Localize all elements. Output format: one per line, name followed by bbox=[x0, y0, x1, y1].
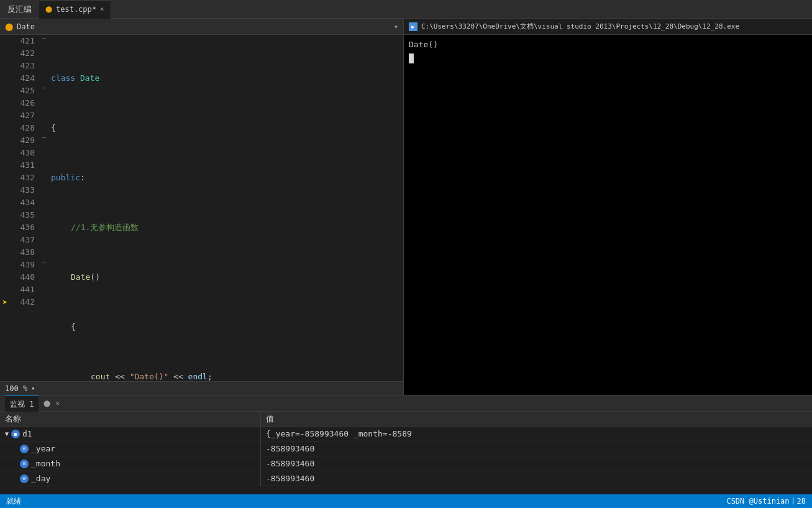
console-cursor bbox=[409, 53, 414, 63]
var-icon-month: ⚙ bbox=[20, 460, 29, 468]
tab-close-button[interactable]: × bbox=[100, 0, 104, 19]
fold-438 bbox=[40, 246, 48, 259]
watch-tab-label: 监视 1 bbox=[10, 400, 34, 409]
bottom-watch-panel: 监视 1 ⬤ × 名称 值 ▼ ● d1 {_year=-858993460 _… bbox=[0, 395, 812, 494]
fold-423 bbox=[40, 60, 48, 72]
fold-433 bbox=[40, 184, 48, 196]
console-path: C:\Users\33207\OneDrive\文档\visual studio… bbox=[421, 22, 739, 31]
status-left: 就绪 bbox=[6, 496, 21, 507]
gutter-440 bbox=[0, 271, 10, 284]
gutter-428 bbox=[0, 122, 10, 134]
console-cursor-line bbox=[409, 51, 807, 63]
gutter-434 bbox=[0, 196, 10, 209]
main-area: ⬤ Date ▾ bbox=[0, 19, 812, 395]
code-line-426: { bbox=[51, 321, 401, 333]
console-body: Date() bbox=[404, 35, 812, 395]
console-panel: ▶ C:\Users\33207\OneDrive\文档\visual stud… bbox=[404, 19, 812, 395]
watch-header-value: 值 bbox=[261, 412, 279, 426]
gutter-431 bbox=[0, 159, 10, 172]
fold-439[interactable]: − bbox=[40, 259, 48, 271]
fold-442 bbox=[40, 296, 48, 308]
status-bar: 就绪 CSDN @Ustinian丨28 bbox=[0, 494, 812, 508]
fold-425[interactable]: − bbox=[40, 85, 48, 97]
fold-434 bbox=[40, 196, 48, 209]
editor-status-bar: 100 % ▾ bbox=[0, 381, 403, 395]
watch-cell-name-month: ⚙ _month bbox=[0, 456, 261, 471]
zoom-dropdown-icon[interactable]: ▾ bbox=[31, 385, 35, 392]
tab-filename: test.cpp* bbox=[56, 0, 96, 19]
debug-arrow-icon: ➤ bbox=[2, 297, 7, 307]
var-icon-day: ⚙ bbox=[20, 474, 29, 483]
var-icon-d1: ● bbox=[11, 430, 20, 438]
fold-436 bbox=[40, 221, 48, 234]
watch-close-button[interactable]: × bbox=[55, 399, 60, 407]
fold-441 bbox=[40, 284, 48, 296]
watch-table: 名称 值 ▼ ● d1 {_year=-858993460 _month=-85… bbox=[0, 412, 812, 494]
gutter-429 bbox=[0, 134, 10, 147]
watch-header-name: 名称 bbox=[0, 412, 261, 426]
watch-tab-1[interactable]: 监视 1 bbox=[5, 395, 39, 412]
code-line-421: class Date bbox=[51, 72, 401, 85]
gutter-430 bbox=[0, 147, 10, 159]
fold-431 bbox=[40, 159, 48, 172]
gutter-427 bbox=[0, 109, 10, 122]
fold-422 bbox=[40, 47, 48, 60]
console-output-line1: Date() bbox=[409, 39, 807, 51]
tab-bar: 反汇编 ⬤ test.cpp* × bbox=[0, 0, 812, 19]
status-bar-right: CSDN @Ustinian丨28 bbox=[726, 496, 806, 507]
fold-429[interactable]: − bbox=[40, 134, 48, 147]
watch-cell-name-day: ⚙ _day bbox=[0, 471, 261, 486]
gutter-435 bbox=[0, 209, 10, 221]
code-area[interactable]: ➤ 421422423424425 426427428429430 431432… bbox=[0, 35, 403, 381]
zoom-level: 100 % bbox=[5, 384, 27, 393]
code-lines: class Date { public: //1.无参构造函数 Date() {… bbox=[48, 35, 403, 381]
watch-row-day[interactable]: ⚙ _day -858993460 bbox=[0, 471, 812, 486]
gutter-424 bbox=[0, 72, 10, 85]
watch-row-year[interactable]: ⚙ _year -858993460 bbox=[0, 441, 812, 456]
fold-426 bbox=[40, 97, 48, 109]
active-tab[interactable]: ⬤ test.cpp* × bbox=[39, 0, 111, 19]
gutter-433 bbox=[0, 184, 10, 196]
line-numbers: 421422423424425 426427428429430 43143243… bbox=[10, 35, 40, 381]
code-line-423: public: bbox=[51, 172, 401, 184]
editor-title: Date bbox=[17, 22, 35, 31]
watch-cell-value-d1: {_year=-858993460 _month=-8589 bbox=[261, 427, 417, 441]
watch-cell-value-month: -858993460 bbox=[261, 456, 319, 471]
gutter-422 bbox=[0, 47, 10, 60]
fold-421[interactable]: − bbox=[40, 35, 48, 47]
expand-arrow-d1[interactable]: ▼ bbox=[5, 427, 9, 441]
watch-row-month[interactable]: ⚙ _month -858993460 bbox=[0, 456, 812, 471]
editor-dropdown-button[interactable]: ▾ bbox=[394, 22, 398, 31]
gutter-432 bbox=[0, 172, 10, 184]
watch-table-header: 名称 值 bbox=[0, 412, 812, 427]
watch-varname-d1: d1 bbox=[22, 427, 32, 441]
console-title-bar: ▶ C:\Users\33207\OneDrive\文档\visual stud… bbox=[404, 19, 812, 35]
gutter-423 bbox=[0, 60, 10, 72]
fold-440 bbox=[40, 271, 48, 284]
debug-gutter: ➤ bbox=[0, 35, 10, 381]
code-line-422: { bbox=[51, 122, 401, 134]
disassembly-tab[interactable]: 反汇编 bbox=[0, 0, 39, 19]
tab-pin-icon: ⬤ bbox=[45, 0, 52, 19]
code-line-427: cout << "Date()" << endl; bbox=[51, 371, 401, 381]
gutter-436 bbox=[0, 221, 10, 234]
watch-cell-name-year: ⚙ _year bbox=[0, 441, 261, 456]
watch-row-d1[interactable]: ▼ ● d1 {_year=-858993460 _month=-8589 bbox=[0, 427, 812, 441]
gutter-438 bbox=[0, 246, 10, 259]
watch-varname-month: _month bbox=[31, 456, 60, 471]
watch-varname-year: _year bbox=[31, 441, 55, 456]
gutter-425 bbox=[0, 85, 10, 97]
fold-gutter: − − − − bbox=[40, 35, 48, 381]
fold-430 bbox=[40, 147, 48, 159]
gutter-437 bbox=[0, 234, 10, 246]
watch-varname-day: _day bbox=[31, 471, 50, 486]
gutter-421 bbox=[0, 35, 10, 47]
gutter-442: ➤ bbox=[0, 296, 10, 308]
status-right: CSDN @Ustinian丨28 bbox=[726, 496, 806, 507]
gutter-426 bbox=[0, 97, 10, 109]
fold-427 bbox=[40, 109, 48, 122]
console-icon: ▶ bbox=[409, 22, 417, 31]
gutter-439 bbox=[0, 259, 10, 271]
watch-cell-name-d1: ▼ ● d1 bbox=[0, 427, 261, 441]
code-line-425: Date() bbox=[51, 271, 401, 284]
